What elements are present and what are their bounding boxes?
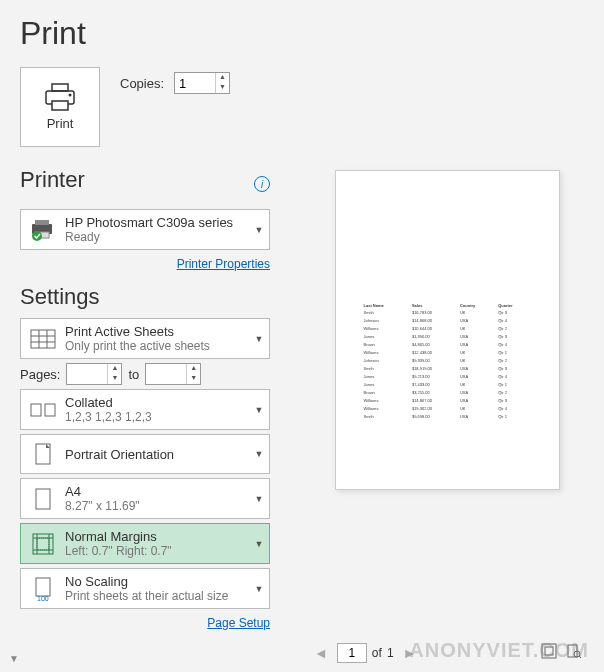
preview-row: Jones$1,390.00USAQtr 3: [363, 334, 532, 340]
chevron-down-icon: ▼: [249, 494, 269, 504]
show-margins-button[interactable]: [539, 641, 559, 665]
pages-to-input[interactable]: [146, 364, 186, 384]
svg-rect-18: [37, 538, 49, 550]
svg-point-7: [32, 231, 42, 241]
pages-label: Pages:: [20, 367, 60, 382]
svg-rect-23: [36, 578, 50, 596]
pages-from-spinner[interactable]: ▲ ▼: [66, 363, 122, 385]
preview-row: Smith$18,919.00USAQtr 3: [363, 366, 532, 372]
svg-rect-5: [35, 220, 49, 225]
pages-from-up[interactable]: ▲: [108, 364, 121, 374]
next-page-button[interactable]: ►: [399, 645, 421, 661]
paper-sub: 8.27" x 11.69": [65, 499, 249, 513]
scroll-down-icon[interactable]: ▼: [9, 653, 19, 664]
preview-row: Johnson$9,339.00UKQtr 2: [363, 358, 532, 364]
page-icon: [34, 488, 52, 510]
margins-sub: Left: 0.7" Right: 0.7": [65, 544, 249, 558]
margins-title: Normal Margins: [65, 529, 249, 544]
svg-text:100: 100: [37, 595, 49, 601]
pages-from-input[interactable]: [67, 364, 107, 384]
svg-rect-16: [36, 489, 50, 509]
scope-sub: Only print the active sheets: [65, 339, 249, 353]
chevron-down-icon: ▼: [249, 334, 269, 344]
print-button-label: Print: [47, 116, 74, 131]
current-page-input[interactable]: [337, 643, 367, 663]
preview-table: Last NameSalesCountryQuarter Smith$16,78…: [361, 301, 534, 422]
preview-header: Quarter: [497, 303, 531, 308]
printer-dropdown[interactable]: HP Photosmart C309a series Ready ▼: [20, 209, 270, 250]
preview-row: Williams$10,644.00UKQtr 2: [363, 326, 532, 332]
chevron-down-icon: ▼: [249, 449, 269, 459]
scaling-title: No Scaling: [65, 574, 249, 589]
preview-row: Williams$19,302.00UKQtr 4: [363, 406, 532, 412]
show-margins-icon: [541, 643, 557, 659]
preview-row: Williams$14,867.00USAQtr 3: [363, 398, 532, 404]
scaling-icon: 100: [33, 577, 53, 601]
info-icon[interactable]: i: [254, 176, 270, 192]
pages-to-down[interactable]: ▼: [187, 374, 200, 384]
margins-icon: [32, 533, 54, 555]
chevron-down-icon: ▼: [249, 584, 269, 594]
page-setup-link[interactable]: Page Setup: [207, 616, 270, 630]
printer-name: HP Photosmart C309a series: [65, 215, 249, 230]
copies-input[interactable]: [175, 73, 215, 93]
paper-title: A4: [65, 484, 249, 499]
printer-section-title: Printer: [20, 167, 85, 193]
print-preview-page: Last NameSalesCountryQuarter Smith$16,78…: [335, 170, 560, 490]
collate-sub: 1,2,3 1,2,3 1,2,3: [65, 410, 249, 424]
of-label: of: [372, 646, 382, 660]
pages-to-up[interactable]: ▲: [187, 364, 200, 374]
collate-title: Collated: [65, 395, 249, 410]
zoom-icon: [566, 643, 582, 659]
preview-row: Jones$7,433.00UKQtr 1: [363, 382, 532, 388]
svg-rect-0: [52, 84, 68, 91]
pages-to-label: to: [128, 367, 139, 382]
preview-header: Sales: [411, 303, 457, 308]
preview-row: Jones$9,213.00USAQtr 4: [363, 374, 532, 380]
orientation-title: Portrait Orientation: [65, 447, 249, 462]
preview-row: Smith$16,783.00UKQtr 3: [363, 310, 532, 316]
margins-dropdown[interactable]: Normal Margins Left: 0.7" Right: 0.7" ▼: [20, 523, 270, 564]
paper-dropdown[interactable]: A4 8.27" x 11.69" ▼: [20, 478, 270, 519]
scope-title: Print Active Sheets: [65, 324, 249, 339]
pages-from-down[interactable]: ▼: [108, 374, 121, 384]
preview-row: Smith$9,698.00USAQtr 1: [363, 414, 532, 420]
chevron-down-icon: ▼: [249, 225, 269, 235]
svg-rect-2: [52, 101, 68, 110]
zoom-to-page-button[interactable]: [564, 641, 584, 665]
copies-label: Copies:: [120, 76, 164, 91]
preview-row: Williams$12,438.00UKQtr 1: [363, 350, 532, 356]
prev-page-button[interactable]: ◄: [310, 645, 332, 661]
printer-status: Ready: [65, 230, 249, 244]
svg-rect-13: [31, 404, 41, 416]
chevron-down-icon: ▼: [249, 405, 269, 415]
orientation-dropdown[interactable]: Portrait Orientation ▼: [20, 434, 270, 474]
printer-ready-icon: [29, 218, 57, 242]
printer-properties-link[interactable]: Printer Properties: [177, 257, 270, 271]
svg-rect-8: [31, 330, 55, 348]
copies-down[interactable]: ▼: [216, 83, 229, 93]
svg-rect-14: [45, 404, 55, 416]
total-pages: 1: [387, 646, 394, 660]
preview-row: Johnson$14,868.00USAQtr 4: [363, 318, 532, 324]
page-title: Print: [20, 15, 270, 52]
settings-section-title: Settings: [20, 284, 270, 310]
svg-rect-25: [542, 644, 556, 658]
preview-header: Last Name: [363, 303, 409, 308]
chevron-down-icon: ▼: [249, 539, 269, 549]
collate-dropdown[interactable]: Collated 1,2,3 1,2,3 1,2,3 ▼: [20, 389, 270, 430]
sheets-icon: [30, 329, 56, 349]
preview-header: Country: [459, 303, 495, 308]
scope-dropdown[interactable]: Print Active Sheets Only print the activ…: [20, 318, 270, 359]
scaling-dropdown[interactable]: 100 No Scaling Print sheets at their act…: [20, 568, 270, 609]
svg-point-3: [69, 94, 72, 97]
scaling-sub: Print sheets at their actual size: [65, 589, 249, 603]
pages-to-spinner[interactable]: ▲ ▼: [145, 363, 201, 385]
copies-up[interactable]: ▲: [216, 73, 229, 83]
svg-line-29: [579, 656, 581, 658]
copies-spinner[interactable]: ▲ ▼: [174, 72, 230, 94]
preview-row: Brown$4,865.00USAQtr 4: [363, 342, 532, 348]
print-button[interactable]: Print: [20, 67, 100, 147]
collate-icon: [30, 401, 56, 419]
printer-icon: [44, 83, 76, 111]
